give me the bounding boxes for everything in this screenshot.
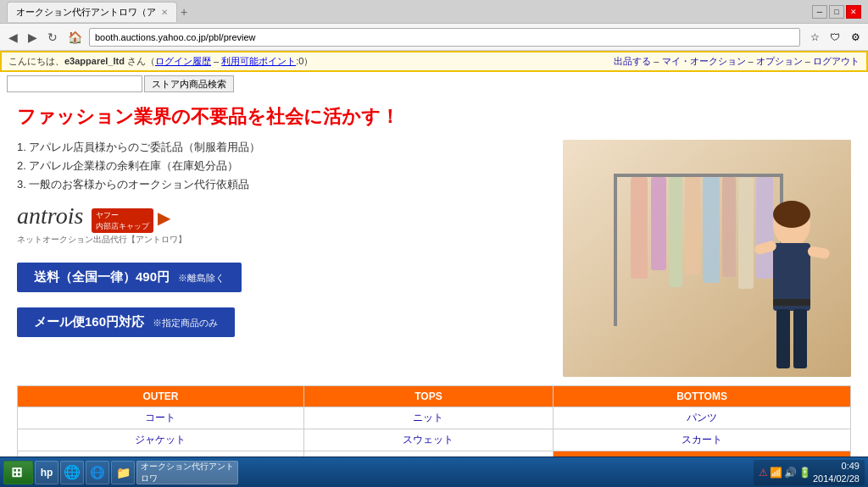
svg-rect-9 [722, 177, 736, 277]
main-content: ファッション業界の不要品を社会に活かす！ 1. アパレル店員様からのご委託品（制… [0, 96, 868, 487]
feature-section: 1. アパレル店員様からのご委託品（制服着用品） 2. アパレル企業様の余剰在庫… [17, 140, 851, 377]
title-bar: オークション代行アントロワ（ア ✕ + ─ □ ✕ [0, 0, 868, 24]
new-tab-button[interactable]: + [181, 5, 187, 19]
shipping-note: ※離島除く [178, 273, 225, 283]
svg-rect-6 [669, 177, 682, 287]
tab-close-button[interactable]: ✕ [161, 8, 168, 17]
start-button[interactable]: ⊞ [3, 461, 33, 484]
svg-rect-2 [614, 174, 617, 326]
svg-rect-18 [793, 309, 807, 368]
taskbar-icon-ie[interactable] [86, 461, 109, 484]
logo-subtitle: ネットオークション出品代行【アントロワ】 [17, 235, 186, 244]
my-auction-link[interactable]: マイ・オークション [662, 56, 746, 66]
logo-text: antrois [17, 202, 83, 229]
svg-rect-5 [651, 177, 666, 270]
nav-bar: ◀ ▶ ↻ 🏠 ☆ 🛡 ⚙ [0, 24, 868, 51]
window-controls: ─ □ ✕ [812, 5, 861, 19]
sell-link[interactable]: 出品する [614, 56, 651, 66]
svg-rect-7 [685, 177, 700, 274]
home-button[interactable]: 🏠 [64, 29, 86, 46]
search-input[interactable] [7, 75, 142, 92]
taskbar: ⊞ hp 🌐 📁 オークション代行アントロワ ⚠ 📶 🔊 🔋 0:49 2014… [0, 457, 868, 487]
taskbar-icon-hp[interactable]: hp [35, 461, 58, 484]
tab-title: オークション代行アントロワ（ア [16, 6, 156, 19]
feature-item-1: 1. アパレル店員様からのご委託品（制服着用品） [17, 140, 546, 155]
table-row: コート ニット パンツ [18, 407, 851, 429]
logo-area: antrois ヤフー内部店キャップ ▶ ネットオークション出品代行【アントロワ… [17, 202, 546, 246]
hero-image [563, 140, 851, 377]
taskbar-window-title: オークション代行アントロワ [141, 461, 237, 484]
taskbar-icon-chrome[interactable]: 🌐 [60, 461, 84, 484]
search-bar: ストア内商品検索 [0, 72, 868, 96]
points-link[interactable]: 利用可能ポイント [221, 56, 296, 66]
col-header-bottoms: BOTTOMS [554, 386, 851, 407]
tray-network-icon: 📶 [770, 467, 782, 479]
headline: ファッション業界の不要品を社会に活かす！ [17, 104, 851, 130]
outer-jacket: ジャケット [18, 429, 304, 451]
feature-text: 1. アパレル店員様からのご委託品（制服着用品） 2. アパレル企業様の余剰在庫… [17, 140, 546, 377]
mail-section: メール便160円対応 ※指定商品のみ [17, 304, 546, 340]
tray-date-value: 2014/02/28 [813, 473, 860, 484]
address-bar[interactable] [89, 28, 800, 47]
tray-battery-icon: 🔋 [798, 467, 811, 479]
shipping-label: 送料（全国一律）490円 [34, 269, 170, 284]
notification-bar: こんにちは、e3apparel_ltd さん（ログイン履歴 – 利用可能ポイント… [0, 51, 868, 72]
col-header-tops: TOPS [303, 386, 553, 407]
taskbar-active-window[interactable]: オークション代行アントロワ [136, 461, 238, 484]
back-button[interactable]: ◀ [5, 29, 21, 46]
logo-arrow-icon: ▶ [158, 208, 170, 227]
bottoms-pants: パンツ [554, 407, 851, 429]
shield-icon: 🛡 [827, 30, 843, 45]
login-history-link[interactable]: ログイン履歴 [155, 56, 211, 66]
feature-item-3: 3. 一般のお客様からのオークション代行依頼品 [17, 177, 546, 192]
svg-point-13 [773, 201, 810, 228]
mail-box: メール便160円対応 ※指定商品のみ [17, 307, 235, 337]
svg-rect-8 [703, 177, 720, 283]
svg-rect-17 [776, 309, 790, 368]
outer-coat: コート [18, 407, 304, 429]
refresh-button[interactable]: ↻ [44, 29, 61, 46]
tops-sweat: スウェット [303, 429, 553, 451]
tray-time-value: 0:49 [813, 460, 860, 472]
logo-badge: ヤフー内部店キャップ [92, 208, 153, 233]
tray-alert-icon: ⚠ [759, 467, 768, 479]
search-button[interactable]: ストア内商品検索 [144, 75, 234, 92]
svg-rect-19 [773, 299, 810, 306]
notif-right: 出品する – マイ・オークション – オプション – ログアウト [614, 55, 860, 68]
feature-item-2: 2. アパレル企業様の余剰在庫（在庫処分品） [17, 158, 546, 174]
tops-knit: ニット [303, 407, 553, 429]
tray-volume-icon: 🔊 [784, 467, 797, 479]
taskbar-icon-explorer[interactable]: 📁 [111, 461, 135, 484]
hero-svg [563, 140, 851, 377]
forward-button[interactable]: ▶ [25, 29, 41, 46]
windows-icon: ⊞ [11, 464, 22, 480]
system-tray: ⚠ 📶 🔊 🔋 0:49 2014/02/28 [754, 460, 865, 485]
svg-rect-11 [756, 177, 773, 279]
svg-rect-4 [631, 177, 648, 279]
feature-list: 1. アパレル店員様からのご委託品（制服着用品） 2. アパレル企業様の余剰在庫… [17, 140, 546, 192]
bottoms-skirt: スカート [554, 429, 851, 451]
star-icon[interactable]: ☆ [807, 30, 822, 45]
table-header-row: OUTER TOPS BOTTOMS [18, 386, 851, 407]
logout-link[interactable]: ログアウト [813, 56, 860, 66]
mail-note: ※指定商品のみ [153, 318, 218, 328]
notif-left: こんにちは、e3apparel_ltd さん（ログイン履歴 – 利用可能ポイント… [8, 55, 313, 68]
settings-icon[interactable]: ⚙ [848, 30, 863, 45]
maximize-button[interactable]: □ [829, 5, 844, 19]
mail-label: メール便160円対応 [34, 314, 144, 329]
browser-tab[interactable]: オークション代行アントロワ（ア ✕ [7, 2, 177, 22]
minimize-button[interactable]: ─ [812, 5, 827, 19]
greeting-text: こんにちは、e3apparel_ltd さん（ログイン履歴 – 利用可能ポイント… [8, 55, 313, 68]
options-link[interactable]: オプション [756, 56, 803, 66]
nav-icon-group: ☆ 🛡 ⚙ [807, 30, 863, 45]
table-row: ジャケット スウェット スカート [18, 429, 851, 451]
shipping-section: 送料（全国一律）490円 ※離島除く [17, 257, 546, 297]
tray-clock: 0:49 2014/02/28 [813, 460, 860, 484]
close-button[interactable]: ✕ [846, 5, 861, 19]
svg-rect-1 [614, 174, 783, 177]
shipping-box: 送料（全国一律）490円 ※離島除く [17, 263, 242, 292]
col-header-outer: OUTER [18, 386, 304, 407]
svg-rect-10 [738, 177, 754, 289]
